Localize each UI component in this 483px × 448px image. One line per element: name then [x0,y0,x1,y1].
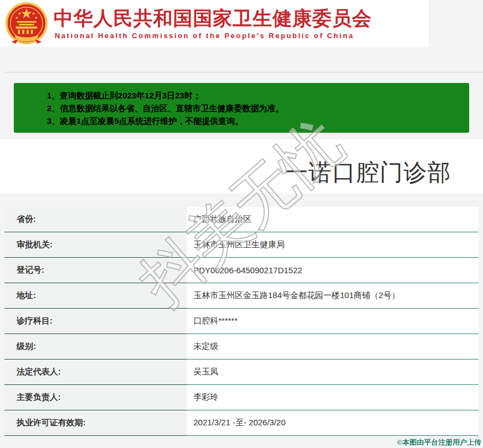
header-title-en: National Health Commission of the People… [55,32,372,40]
row-value: 玉林市玉州区金玉路184号金都花园一楼101商铺（2号） [187,283,479,309]
result-title-band: 一诺口腔门诊部 [0,139,483,194]
table-row: 登记号: PDY00206-645090217D1522 [4,258,479,283]
row-label: 地址: [4,283,187,309]
table-row: 地址: 玉林市玉州区金玉路184号金都花园一楼101商铺（2号） [4,283,479,309]
row-label: 法定代表人: [4,360,187,385]
row-value: 未定级 [187,334,479,360]
table-row: 法定代表人: 吴玉凤 [4,360,479,385]
row-value: 玉林市玉州区卫生健康局 [187,232,479,258]
row-label: 级别: [4,334,187,360]
row-value: 吴玉凤 [187,360,479,385]
table-row: 级别: 未定级 [4,334,479,360]
china-national-emblem-icon [5,2,48,46]
site-header: 中华人民共和国国家卫生健康委员会 National Health Commiss… [0,0,429,47]
notice-line-1: 1、查询数据截止到2023年12月3日23时； [47,89,464,102]
institution-name-title: 一诺口腔门诊部 [285,157,451,188]
notice-list: 1、查询数据截止到2023年12月3日23时； 2、信息数据结果以各省、自治区、… [47,89,464,127]
row-value: PDY00206-645090217D1522 [187,258,479,283]
row-label: 诊疗科目: [4,309,187,334]
row-value: 口腔科****** [187,309,479,334]
row-label: 省份: [4,207,187,232]
table-row: 省份: 广西壮族自治区 [4,207,479,232]
row-label: 执业许可证有效期: [4,410,187,436]
notice-line-2: 2、信息数据结果以各省、自治区、直辖市卫生健康委数据为准。 [47,102,464,114]
row-value: 李彩玲 [187,385,479,410]
row-value: 广西壮族自治区 [187,207,479,232]
header-title-cn: 中华人民共和国国家卫生健康委员会 [54,7,372,29]
table-row: 审批机关: 玉林市玉州区卫生健康局 [4,232,479,258]
header-titles: 中华人民共和国国家卫生健康委员会 National Health Commiss… [54,7,372,40]
table-row: 执业许可证有效期: 2021/3/21 -至- 2026/3/20 [4,410,479,436]
header-separator-line [4,72,483,72]
table-row: 诊疗科目: 口腔科****** [4,309,479,334]
row-label: 登记号: [4,258,187,283]
query-notice-box: 1、查询数据截止到2023年12月3日23时； 2、信息数据结果以各省、自治区、… [14,83,469,133]
upload-stamp: ©本图由平台注册用户上传 [397,437,481,447]
row-value: 2021/3/21 -至- 2026/3/20 [187,410,479,436]
row-label: 审批机关: [4,232,187,258]
notice-line-3: 3、凌晨1点至凌晨5点系统进行维护，不能提供查询。 [47,114,464,127]
table-row: 主要负责人: 李彩玲 [4,385,479,410]
institution-detail-table: 省份: 广西壮族自治区 审批机关: 玉林市玉州区卫生健康局 登记号: PDY00… [4,207,479,436]
row-label: 主要负责人: [4,385,187,410]
